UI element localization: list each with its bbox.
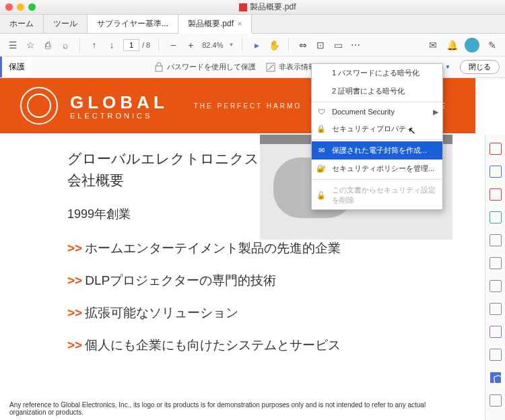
page-up-icon[interactable]: ↑ [88,39,100,51]
menu-password-encryption[interactable]: 1 パスワードによる暗号化 [312,64,442,82]
hand-tool-icon[interactable]: ✋ [268,39,280,51]
compress-icon[interactable] [490,280,502,292]
titlebar: 製品概要.pdf [0,0,505,15]
select-tool-icon[interactable]: ▸ [250,39,263,51]
combine-icon[interactable] [490,234,502,246]
policy-icon: 🔐 [316,164,327,174]
pdf-icon [239,3,247,11]
tab-document-2[interactable]: 製品概要.pdf× [178,15,252,34]
menu-manage-security-policy[interactable]: 🔐セキュリティポリシーを管理... [312,160,442,178]
zoom-out-icon[interactable]: − [167,39,179,51]
submenu-arrow-icon: ▶ [433,108,438,116]
chevron-icon: >> [67,241,82,256]
share-icon[interactable]: ✉ [427,39,439,51]
bell-icon[interactable]: 🔔 [446,39,458,51]
page-indicator: / 8 [123,39,150,51]
bullet-2: >>DLPプロジェクターの専門的技術 [67,272,408,289]
svg-rect-0 [156,66,162,71]
bullet-4: >>個人にも企業にも向けたシステムとサービス [67,337,408,354]
fit-width-icon[interactable]: ⇔ [297,39,309,51]
export-pdf-icon[interactable] [490,143,502,155]
chevron-icon: >> [67,273,82,288]
protect-with-password-button[interactable]: パスワードを使用して保護 [154,62,256,73]
print-icon[interactable]: ⎙ [42,39,54,51]
close-protectbar-button[interactable]: 閉じる [460,60,500,74]
bullet-3: >>拡張可能なソリューション [67,304,408,322]
search-icon[interactable]: ⌕ [59,39,71,51]
menu-icon[interactable]: ☰ [7,39,19,51]
bullet-1: >>ホームエンターテイメント製品の先進的企業 [67,240,408,257]
person-lock-icon: 🛡 [316,106,327,117]
right-tool-panel [485,135,505,420]
logo-text-main: GLOBAL [70,92,168,113]
menu-security-properties[interactable]: 🔒セキュリティプロパティ [312,120,442,138]
sign-icon[interactable]: ✎ [486,39,498,51]
organize-icon[interactable] [490,257,502,269]
document-tabs: ホーム ツール サプライヤー基準... 製品概要.pdf× [0,15,505,34]
menu-create-secure-envelope[interactable]: ✉保護された電子封筒を作成... [312,141,442,160]
menu-document-security[interactable]: 🛡Document Security▶ [312,104,442,120]
mouse-cursor-icon: ↖ [408,125,416,136]
maximize-window-button[interactable] [28,3,36,11]
tab-tools[interactable]: ツール [44,15,88,33]
comment-icon[interactable] [490,211,502,223]
svg-line-2 [268,65,273,70]
tab-home[interactable]: ホーム [0,15,44,33]
menu-remove-security: 🔓この文書からセキュリティ設定を削除 [312,181,442,209]
main-toolbar: ☰ ☆ ⎙ ⌕ ↑ ↓ / 8 − + 82.4%▼ ▸ ✋ ⇔ ⊡ ▭ ⋯ ✉… [0,34,505,57]
minimize-window-button[interactable] [17,3,24,11]
close-tab-icon[interactable]: × [238,20,242,28]
page-total: / 8 [142,41,150,49]
close-window-button[interactable] [5,3,13,11]
tab-label: 製品概要.pdf [188,18,234,30]
more-icon[interactable]: ⋯ [349,39,362,51]
chevron-icon: >> [67,338,82,353]
redact-icon[interactable] [490,303,502,315]
edit-pdf-icon[interactable] [490,166,502,178]
fit-page-icon[interactable]: ⊡ [314,39,327,51]
zoom-level[interactable]: 82.4% [202,41,223,49]
advanced-options-menu: 1 パスワードによる暗号化 2 証明書による暗号化 🛡Document Secu… [311,63,443,210]
window-controls [5,3,36,11]
send-review-icon[interactable] [490,349,502,361]
unlock-icon: 🔓 [316,190,327,201]
disclaimer-text: Any reference to Global Electronics, Inc… [9,401,455,416]
lock-icon: 🔒 [316,124,327,135]
protect-tool-icon[interactable] [490,372,502,384]
tab-document-1[interactable]: サプライヤー基準... [88,15,178,33]
chevron-icon: >> [67,306,82,320]
account-icon[interactable] [465,38,479,53]
protect-tab-label: 保護 [0,57,32,77]
tagline: THE PERFECT HARMO [194,102,302,110]
zoom-in-icon[interactable]: + [184,39,197,51]
logo-icon [20,87,58,125]
star-icon[interactable]: ☆ [24,39,36,51]
create-pdf-icon[interactable] [490,188,502,201]
page-down-icon[interactable]: ↓ [106,39,118,51]
signature-icon[interactable] [490,326,502,338]
more-tools-icon[interactable] [490,394,502,407]
read-mode-icon[interactable]: ▭ [332,39,344,51]
window-title: 製品概要.pdf [36,1,500,13]
menu-certificate-encryption[interactable]: 2 証明書による暗号化 [312,82,442,100]
envelope-icon: ✉ [316,145,327,156]
page-input[interactable] [123,39,139,51]
